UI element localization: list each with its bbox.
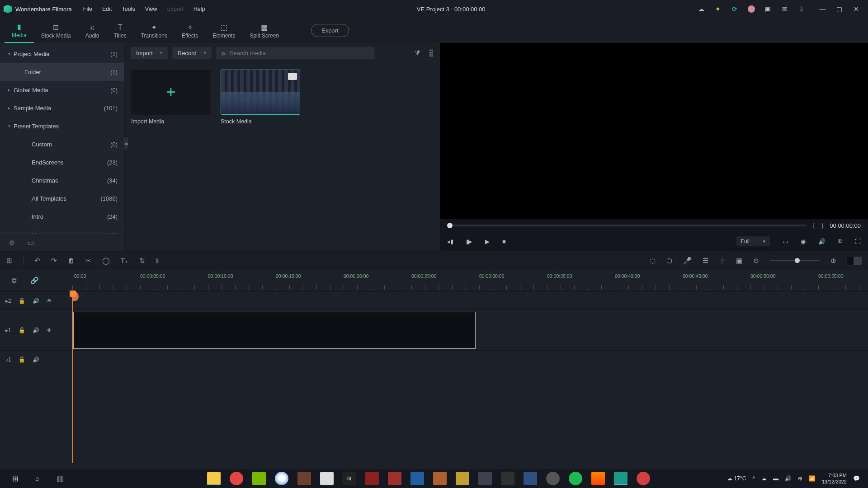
bulb-icon[interactable]: ✦ xyxy=(714,5,722,13)
app-game3[interactable]: DL xyxy=(343,472,356,485)
search-button[interactable]: ⌕ xyxy=(32,473,43,484)
volume-icon[interactable]: 🔊 xyxy=(818,238,826,245)
timeline-link-icon[interactable]: 🔗 xyxy=(30,277,39,285)
eye-icon[interactable]: 👁 xyxy=(47,298,52,304)
tab-transitions[interactable]: ✦Transitions xyxy=(134,18,175,43)
shield-icon[interactable]: ⬡ xyxy=(666,257,672,265)
media-thumb[interactable] xyxy=(221,70,300,115)
sidebar-item-endscreens[interactable]: EndScreens(23) xyxy=(0,153,124,171)
lock-icon[interactable]: 🔓 xyxy=(19,327,25,333)
sidebar-item-custom[interactable]: Custom(0) xyxy=(0,135,124,153)
menu-view[interactable]: View xyxy=(145,6,157,12)
app-game10[interactable] xyxy=(501,472,514,485)
notifications-button[interactable]: 💬 xyxy=(853,475,860,482)
sidebar-item-project-media[interactable]: Project Media(1) xyxy=(0,45,124,63)
snapshot-icon[interactable]: ◉ xyxy=(801,238,806,245)
fit-icon[interactable]: ▣ xyxy=(736,257,742,265)
menu-edit[interactable]: Edit xyxy=(102,6,112,12)
media-item-stock[interactable]: Stock Media xyxy=(221,70,300,125)
menu-file[interactable]: File xyxy=(83,6,92,12)
track-video-2[interactable]: ▸2 🔓 🔊 👁 xyxy=(0,291,868,310)
cloud-icon[interactable]: ☁ xyxy=(697,5,705,13)
play-button[interactable]: ▶ xyxy=(485,238,490,245)
voiceover-icon[interactable]: 🎤 xyxy=(683,257,692,265)
play-forward-button[interactable]: ▮▸ xyxy=(466,238,472,245)
taskbar-clock[interactable]: 7:03 PM 13/12/2022 xyxy=(822,472,847,485)
tab-titles[interactable]: TTitles xyxy=(106,18,133,43)
tab-stock-media[interactable]: ⊡Stock Media xyxy=(34,18,78,43)
search-input[interactable] xyxy=(230,50,369,56)
weather-widget[interactable]: ☁ 17°C xyxy=(727,475,746,482)
app-game1[interactable] xyxy=(297,472,311,485)
quality-select[interactable]: Full▾ xyxy=(736,236,770,246)
timeline-switch[interactable] xyxy=(847,257,862,265)
tray-globe-icon[interactable]: ⊕ xyxy=(798,475,802,482)
scrub-track[interactable] xyxy=(447,225,807,226)
message-icon[interactable]: ✉ xyxy=(781,5,788,13)
eye-icon[interactable]: 👁 xyxy=(47,327,52,333)
auto-icon[interactable]: ◌ xyxy=(650,257,656,265)
start-button[interactable]: ⊞ xyxy=(9,473,20,484)
tray-volume-icon[interactable]: 🔊 xyxy=(785,475,792,482)
maximize-button[interactable]: ▢ xyxy=(835,5,843,13)
avatar-icon[interactable] xyxy=(747,5,755,13)
mic-icon[interactable]: ⇩ xyxy=(797,5,805,13)
fullscreen-icon[interactable]: ⛶ xyxy=(855,238,861,245)
grid-view-icon[interactable]: ⣿ xyxy=(429,49,434,57)
add-placeholder[interactable]: + xyxy=(131,70,211,115)
minimize-button[interactable]: — xyxy=(819,5,826,13)
crop-button[interactable]: ◯ xyxy=(102,257,110,265)
timeline-ruler[interactable]: 00:00 00:00:05:00 00:00:10:00 00:00:15:0… xyxy=(72,270,868,291)
app-game6[interactable] xyxy=(410,472,424,485)
app-game5[interactable] xyxy=(388,472,401,485)
playhead[interactable] xyxy=(72,291,73,463)
task-view-button[interactable]: ▥ xyxy=(55,473,66,484)
app-red[interactable] xyxy=(637,472,650,485)
zoom-slider[interactable] xyxy=(770,260,820,261)
new-folder-icon[interactable]: ⊕ xyxy=(9,239,15,247)
filter-icon[interactable]: ⧩ xyxy=(415,49,420,57)
prev-frame-button[interactable]: ◂▮ xyxy=(447,238,453,245)
tray-cloud-icon[interactable]: ☁ xyxy=(761,475,767,482)
app-nvidia[interactable] xyxy=(252,472,266,485)
panel-collapse[interactable]: ◀ xyxy=(123,138,128,150)
lock-icon[interactable]: 🔓 xyxy=(19,298,25,304)
preview-viewport[interactable] xyxy=(440,43,868,219)
redo-button[interactable]: ↷ xyxy=(51,257,57,265)
menu-export[interactable]: Export xyxy=(167,6,184,12)
text-add-button[interactable]: T₊ xyxy=(121,257,128,265)
app-filmora[interactable] xyxy=(614,472,627,485)
undo-button[interactable]: ↶ xyxy=(34,257,40,265)
mute-icon[interactable]: 🔊 xyxy=(33,298,39,304)
save-icon[interactable]: ▣ xyxy=(764,5,772,13)
app-game4[interactable] xyxy=(365,472,379,485)
list-icon[interactable]: ☰ xyxy=(703,257,708,265)
track-audio-1[interactable]: ♪1 🔓 🔊 xyxy=(0,350,868,368)
clip-placeholder[interactable] xyxy=(73,312,476,349)
tray-battery-icon[interactable]: ▬ xyxy=(773,475,778,482)
menu-help[interactable]: Help xyxy=(193,6,205,12)
audio-mixer-icon[interactable]: ⦀ xyxy=(156,257,159,265)
app-game2[interactable] xyxy=(320,472,334,485)
sidebar-item-global-media[interactable]: Global Media(0) xyxy=(0,81,124,99)
app-game9[interactable] xyxy=(478,472,492,485)
zoom-out-button[interactable]: ⊖ xyxy=(753,257,759,265)
display-icon[interactable]: ▭ xyxy=(783,238,788,245)
cut-button[interactable]: ✂ xyxy=(85,257,91,265)
folder-icon[interactable]: ▭ xyxy=(28,239,34,247)
tab-elements[interactable]: ⬚Elements xyxy=(205,18,242,43)
mute-icon[interactable]: 🔊 xyxy=(33,327,39,333)
menu-tools[interactable]: Tools xyxy=(122,6,135,12)
sidebar-item-christmas[interactable]: Christmas(34) xyxy=(0,171,124,189)
sidebar-item-preset-templates[interactable]: Preset Templates xyxy=(0,117,124,135)
sidebar-item-intro[interactable]: Intro(24) xyxy=(0,207,124,225)
record-dropdown[interactable]: Record▾ xyxy=(172,47,212,59)
sidebar-item-all-templates[interactable]: All Templates(1086) xyxy=(0,189,124,207)
app-game12[interactable] xyxy=(546,472,560,485)
tray-wifi-icon[interactable]: 📶 xyxy=(809,475,816,482)
delete-button[interactable]: 🗑 xyxy=(68,257,75,264)
app-game8[interactable] xyxy=(456,472,469,485)
app-spotify[interactable] xyxy=(569,472,582,485)
lock-icon[interactable]: 🔓 xyxy=(19,357,25,363)
tray-chevron-icon[interactable]: ^ xyxy=(752,475,755,482)
